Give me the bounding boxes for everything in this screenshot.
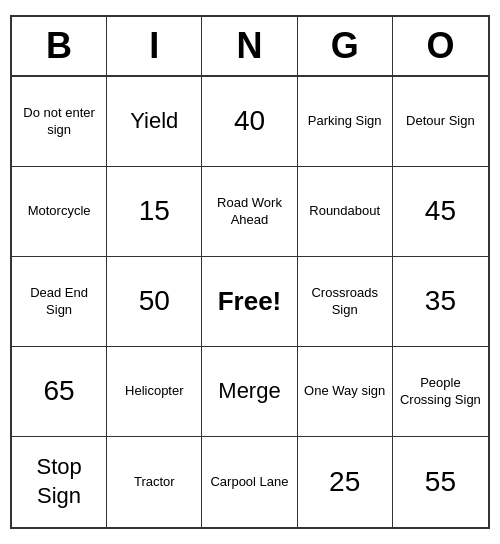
cell-text-0: Do not enter sign: [18, 105, 100, 139]
cell-text-17: Merge: [218, 377, 280, 406]
cell-text-5: Motorcycle: [28, 203, 91, 220]
bingo-grid: Do not enter signYield40Parking SignDeto…: [12, 77, 488, 527]
bingo-card: BINGO Do not enter signYield40Parking Si…: [10, 15, 490, 529]
bingo-cell-18: One Way sign: [298, 347, 393, 437]
bingo-cell-13: Crossroads Sign: [298, 257, 393, 347]
cell-text-16: Helicopter: [125, 383, 184, 400]
cell-text-3: Parking Sign: [308, 113, 382, 130]
header-letter-n: N: [202, 17, 297, 75]
cell-text-4: Detour Sign: [406, 113, 475, 130]
bingo-cell-6: 15: [107, 167, 202, 257]
cell-text-11: 50: [139, 283, 170, 319]
bingo-cell-0: Do not enter sign: [12, 77, 107, 167]
bingo-cell-11: 50: [107, 257, 202, 347]
bingo-header: BINGO: [12, 17, 488, 77]
header-letter-i: I: [107, 17, 202, 75]
header-letter-g: G: [298, 17, 393, 75]
bingo-cell-8: Roundabout: [298, 167, 393, 257]
cell-text-1: Yield: [130, 107, 178, 136]
bingo-cell-16: Helicopter: [107, 347, 202, 437]
bingo-cell-5: Motorcycle: [12, 167, 107, 257]
header-letter-o: O: [393, 17, 488, 75]
cell-text-21: Tractor: [134, 474, 175, 491]
cell-text-7: Road Work Ahead: [208, 195, 290, 229]
bingo-cell-24: 55: [393, 437, 488, 527]
cell-text-14: 35: [425, 283, 456, 319]
bingo-cell-12: Free!: [202, 257, 297, 347]
cell-text-24: 55: [425, 464, 456, 500]
bingo-cell-14: 35: [393, 257, 488, 347]
bingo-cell-21: Tractor: [107, 437, 202, 527]
header-letter-b: B: [12, 17, 107, 75]
bingo-cell-3: Parking Sign: [298, 77, 393, 167]
bingo-cell-9: 45: [393, 167, 488, 257]
bingo-cell-22: Carpool Lane: [202, 437, 297, 527]
cell-text-12: Free!: [218, 285, 282, 319]
cell-text-20: Stop Sign: [18, 453, 100, 510]
bingo-cell-23: 25: [298, 437, 393, 527]
bingo-cell-1: Yield: [107, 77, 202, 167]
cell-text-6: 15: [139, 193, 170, 229]
cell-text-10: Dead End Sign: [18, 285, 100, 319]
cell-text-19: People Crossing Sign: [399, 375, 482, 409]
bingo-cell-2: 40: [202, 77, 297, 167]
bingo-cell-4: Detour Sign: [393, 77, 488, 167]
cell-text-9: 45: [425, 193, 456, 229]
bingo-cell-10: Dead End Sign: [12, 257, 107, 347]
cell-text-13: Crossroads Sign: [304, 285, 386, 319]
cell-text-8: Roundabout: [309, 203, 380, 220]
bingo-cell-19: People Crossing Sign: [393, 347, 488, 437]
bingo-cell-7: Road Work Ahead: [202, 167, 297, 257]
bingo-cell-20: Stop Sign: [12, 437, 107, 527]
cell-text-15: 65: [44, 373, 75, 409]
cell-text-2: 40: [234, 103, 265, 139]
bingo-cell-17: Merge: [202, 347, 297, 437]
cell-text-23: 25: [329, 464, 360, 500]
cell-text-22: Carpool Lane: [210, 474, 288, 491]
bingo-cell-15: 65: [12, 347, 107, 437]
cell-text-18: One Way sign: [304, 383, 385, 400]
